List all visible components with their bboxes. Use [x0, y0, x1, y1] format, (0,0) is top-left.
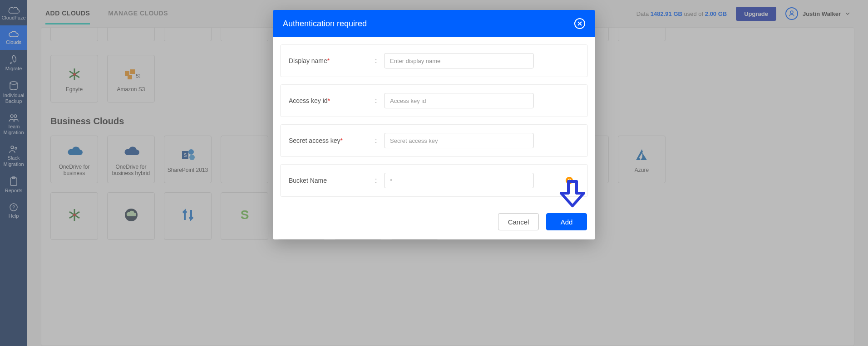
field-display-name: Display name* : — [280, 44, 588, 77]
field-secret-key: Secret access key* : — [280, 124, 588, 157]
add-button[interactable]: Add — [546, 213, 587, 230]
label-bucket-name: Bucket Name — [289, 177, 375, 184]
modal-title: Authentication required — [283, 19, 367, 29]
display-name-input[interactable] — [384, 53, 534, 68]
colon: : — [375, 176, 384, 185]
label-access-key: Access key id* — [289, 97, 375, 104]
bucket-help-icon[interactable]: ? — [566, 177, 573, 184]
access-key-input[interactable] — [384, 93, 534, 108]
cancel-button[interactable]: Cancel — [498, 213, 539, 230]
colon: : — [375, 97, 384, 105]
label-secret-key: Secret access key* — [289, 137, 375, 144]
field-access-key: Access key id* : — [280, 84, 588, 117]
modal-footer: Cancel Add — [273, 211, 595, 239]
secret-key-input[interactable] — [384, 133, 534, 148]
bucket-name-input[interactable] — [384, 173, 534, 188]
auth-modal: Authentication required Display name* : … — [273, 10, 595, 239]
label-display-name: Display name* — [289, 57, 375, 64]
colon: : — [375, 136, 384, 145]
modal-overlay: Authentication required Display name* : … — [0, 0, 868, 346]
modal-body: Display name* : Access key id* : Secret … — [273, 37, 595, 211]
close-button[interactable] — [574, 18, 585, 29]
close-icon — [577, 21, 582, 26]
colon: : — [375, 57, 384, 65]
field-bucket-name: Bucket Name : ? — [280, 164, 588, 197]
modal-header: Authentication required — [273, 10, 595, 37]
